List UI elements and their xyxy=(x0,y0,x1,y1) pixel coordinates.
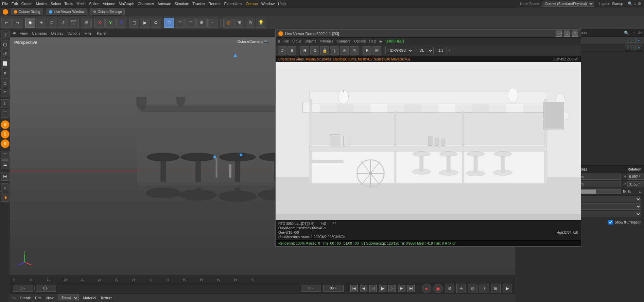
motion-clip-btn[interactable]: ▶ xyxy=(503,284,512,293)
top-view-btn[interactable]: ◻ xyxy=(175,18,185,28)
top-menu-spline[interactable]: Spline xyxy=(89,2,100,6)
4view-btn[interactable]: ⊞ xyxy=(196,18,207,28)
sidebar-magnet[interactable]: ⊂ xyxy=(1,88,10,96)
sidebar-rotate[interactable]: ↺ xyxy=(1,50,10,58)
top-menu-volume[interactable]: Volume xyxy=(103,2,116,6)
obj-icon-checkmark-3[interactable]: ✓ xyxy=(626,46,630,50)
size-x-input[interactable] xyxy=(574,174,621,180)
viewport-cameras-menu[interactable]: Cameras xyxy=(32,31,47,35)
octane-settings-btn[interactable]: ⚙ Octane Settings xyxy=(90,8,125,15)
scale-tool-btn[interactable]: ⬡ xyxy=(47,18,57,28)
keyframe-btn[interactable]: ⚙ xyxy=(445,284,454,293)
lv-pause-btn[interactable]: ⏸ xyxy=(288,46,296,55)
lv-cloud-menu[interactable]: Cloud xyxy=(292,39,301,43)
top-menu-modes[interactable]: Modes xyxy=(36,2,47,6)
prev-frame-btn[interactable]: ◀ xyxy=(360,285,367,292)
front-view-btn[interactable]: ◻ xyxy=(186,18,196,28)
top-menu-help[interactable]: Help xyxy=(278,2,286,6)
top-menu-render[interactable]: Render xyxy=(208,2,221,6)
timeline-btn[interactable]: ⊞ xyxy=(491,284,501,293)
bottom-material-menu[interactable]: Material xyxy=(83,296,96,300)
bottom-texture-menu[interactable]: Texture xyxy=(100,296,112,300)
render-settings-btn[interactable]: ⚙ xyxy=(151,18,161,28)
sidebar-knife[interactable]: ⌀ xyxy=(1,69,10,77)
size-y-input[interactable] xyxy=(574,181,621,187)
snap-btn[interactable]: ◎ xyxy=(223,18,233,28)
lv-expand-icon[interactable]: ▶ xyxy=(380,39,382,43)
om-filter-icon[interactable]: ≡ xyxy=(632,31,635,35)
top-menu-mograph[interactable]: MoGraph xyxy=(119,2,134,6)
lv-sphere-btn[interactable]: ◎ xyxy=(330,46,339,55)
lv-help-menu[interactable]: Help xyxy=(369,39,376,43)
sidebar-bend[interactable]: L xyxy=(1,99,10,108)
sidebar-s3[interactable]: S xyxy=(1,139,10,148)
next-frame-btn[interactable]: ▶ xyxy=(398,285,405,292)
timeline-ruler[interactable]: 0 5 10 15 20 25 30 35 40 45 50 55 60 65 … xyxy=(10,276,515,283)
lv-lock-btn[interactable]: 🔒 xyxy=(320,46,329,55)
rotate-tool-btn[interactable]: ↺ xyxy=(58,18,68,28)
record-auto-btn[interactable]: ◉ xyxy=(433,284,443,293)
lv-f-btn[interactable]: F xyxy=(363,46,371,55)
current-frame-input[interactable] xyxy=(36,285,56,292)
top-menu-window[interactable]: Window xyxy=(261,2,275,6)
lv-value-input[interactable] xyxy=(435,47,447,54)
sidebar-s1[interactable]: S xyxy=(1,120,10,129)
node-space-select[interactable]: Current (Standard/Physical) xyxy=(542,1,594,7)
viewport-display-menu[interactable]: Display xyxy=(51,31,63,35)
bottom-edit-menu[interactable]: Edit xyxy=(35,296,41,300)
layer-btn[interactable]: ◎ xyxy=(468,284,477,293)
show-illumination-checkbox[interactable] xyxy=(608,220,613,225)
model-mode-btn[interactable]: ◉ xyxy=(25,18,35,28)
sidebar-selection[interactable]: ⬡ xyxy=(1,40,10,49)
top-menu-animate[interactable]: Animate xyxy=(157,2,171,6)
sidebar-move-tool[interactable]: ✛ xyxy=(1,31,10,39)
lv-settings-btn[interactable]: ⚙ xyxy=(310,46,319,55)
sidebar-scale[interactable]: ⬜ xyxy=(1,59,10,68)
hamburger-menu[interactable]: ≡ xyxy=(13,295,16,301)
top-menu-octane[interactable]: Octane xyxy=(246,2,258,6)
redo-btn[interactable]: ↪ xyxy=(12,18,22,28)
y-axis-btn[interactable]: Y xyxy=(105,18,116,28)
lv-m-btn[interactable]: M xyxy=(372,46,381,55)
end-frame-input-1[interactable] xyxy=(301,285,321,292)
lv-maximize-btn[interactable]: □ xyxy=(564,31,570,37)
sidebar-spline-tool[interactable]: ⌒ xyxy=(1,109,10,118)
lv-frame-btn[interactable]: ⊞ xyxy=(350,46,359,55)
particles-btn[interactable]: ⋯ xyxy=(207,18,217,28)
om-search-icon[interactable]: 🔍 xyxy=(624,31,629,35)
z-axis-btn[interactable]: Z xyxy=(116,18,126,28)
lv-reset-btn[interactable]: ↺ xyxy=(278,46,286,55)
top-menu-tracker[interactable]: Tracker xyxy=(193,2,205,6)
sidebar-bottom-1[interactable]: ≡ xyxy=(1,183,10,192)
top-menu-create[interactable]: Create xyxy=(21,2,33,6)
top-menu-character[interactable]: Character xyxy=(138,2,154,6)
render-btn[interactable]: ▶ xyxy=(140,18,150,28)
bottom-select-dropdown[interactable]: Select xyxy=(58,295,79,301)
sidebar-deform[interactable]: ⌒ xyxy=(1,151,10,160)
lv-materials-menu[interactable]: Materials xyxy=(319,39,333,43)
goto-end-btn[interactable]: ▶| xyxy=(407,285,415,292)
viewport-panel-menu[interactable]: Panel xyxy=(97,31,106,35)
bottom-view-menu[interactable]: View xyxy=(46,296,54,300)
sound-btn[interactable]: ♪ xyxy=(480,284,489,293)
top-menu-file[interactable]: File xyxy=(2,2,8,6)
live-viewer-btn[interactable]: Live Viewer Window xyxy=(46,8,87,15)
octane-dialog-btn[interactable]: Octane Dialog xyxy=(11,8,43,15)
top-menu-edit[interactable]: Edit xyxy=(12,2,18,6)
start-frame-input[interactable] xyxy=(13,285,33,292)
end-frame-input-2[interactable] xyxy=(323,285,344,292)
lv-add-btn[interactable]: ⊕ xyxy=(340,46,349,55)
sidebar-s2[interactable]: S xyxy=(1,130,10,139)
lv-compare-menu[interactable]: Compare xyxy=(337,39,351,43)
next-keyframe-btn[interactable]: ▷ xyxy=(388,285,396,292)
lv-render-area[interactable]: 🔷 xyxy=(276,62,581,220)
lv-mode-dropdown[interactable]: DL xyxy=(417,47,434,54)
bottom-create-menu[interactable]: Create xyxy=(20,296,31,300)
lv-colorspace-dropdown[interactable]: HDR/sRGB xyxy=(385,47,413,54)
x-axis-btn[interactable]: X xyxy=(94,18,105,28)
om-more-icon[interactable]: ⚙ xyxy=(638,31,642,35)
lv-minimize-btn[interactable]: — xyxy=(556,31,562,37)
perspective-btn[interactable]: ◻ xyxy=(164,18,174,28)
lv-options-menu[interactable]: Options xyxy=(354,39,366,43)
light-btn[interactable]: 💡 xyxy=(256,18,266,28)
